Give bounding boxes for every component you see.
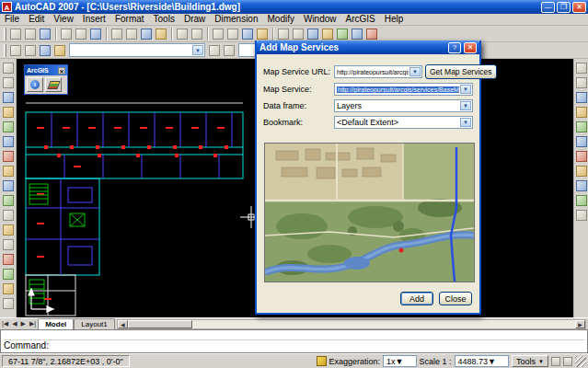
make-block-icon[interactable]	[1, 223, 16, 237]
sheet-set-manager-icon[interactable]	[320, 27, 335, 41]
copy-icon[interactable]	[124, 27, 139, 41]
menu-item[interactable]: Help	[380, 14, 409, 25]
zoom-previous-icon[interactable]	[255, 27, 270, 41]
arcgis-palette-titlebar[interactable]: ArcGIS ✕	[25, 65, 67, 75]
menu-item[interactable]: Edit	[24, 14, 49, 25]
chevron-down-icon[interactable]: ▼	[192, 45, 203, 55]
tab-nav-button[interactable]: ▶	[19, 320, 28, 328]
communication-center-icon[interactable]	[551, 357, 560, 366]
bookmark-combo[interactable]: <Default Extent> ▼	[334, 116, 473, 129]
restore-button[interactable]: ❐	[557, 2, 571, 13]
zoom-realtime-icon[interactable]	[225, 27, 240, 41]
ellipse-icon[interactable]	[1, 193, 16, 208]
tab-nav-button[interactable]: ▶|	[28, 320, 38, 328]
redo-icon[interactable]	[190, 27, 204, 41]
rotate-icon[interactable]	[574, 149, 588, 164]
chevron-down-icon[interactable]: ▼	[488, 357, 496, 366]
offset-icon[interactable]	[574, 105, 588, 120]
get-map-services-button[interactable]: Get Map Services	[425, 64, 497, 79]
help-icon[interactable]	[364, 27, 379, 41]
plot-style-icon[interactable]	[222, 43, 236, 58]
add-button[interactable]: Add	[400, 292, 433, 305]
multiline-text-icon[interactable]	[1, 296, 16, 311]
mirror-icon[interactable]	[574, 90, 588, 105]
map-service-combo[interactable]: http://pirateopursuit/arcgis/services/Ba…	[334, 83, 473, 96]
markup-set-manager-icon[interactable]	[335, 27, 350, 41]
menu-item[interactable]: Insert	[78, 14, 110, 25]
dialog-titlebar[interactable]: Add Map Services ? ✕	[257, 40, 479, 54]
tab-layout1[interactable]: Layout1	[74, 318, 114, 329]
tab-nav-button[interactable]: ◀	[10, 320, 18, 328]
scrollbar-thumb[interactable]	[128, 320, 192, 328]
gradient-icon[interactable]	[1, 267, 16, 282]
tools-dropdown[interactable]: Tools▼	[512, 355, 548, 367]
horizontal-scrollbar[interactable]: ◀ ▶	[117, 319, 586, 329]
scale-icon[interactable]	[574, 164, 588, 178]
publish-icon[interactable]	[88, 27, 103, 41]
fillet-icon[interactable]	[574, 193, 588, 208]
plot-preview-icon[interactable]	[74, 27, 88, 41]
trim-icon[interactable]	[574, 178, 588, 193]
copy-icon[interactable]	[574, 75, 588, 90]
spline-icon[interactable]	[1, 178, 16, 193]
plot-icon[interactable]	[59, 27, 74, 41]
menu-item[interactable]: Format	[110, 14, 149, 25]
window-titlebar[interactable]: A AutoCAD 2007 - [C:\Users\Riverside\Bui…	[0, 0, 588, 14]
dialog-close-button[interactable]: ✕	[464, 42, 477, 53]
chevron-down-icon[interactable]: ▼	[460, 101, 471, 110]
layer-states-icon[interactable]	[23, 43, 38, 58]
chevron-down-icon[interactable]: ▼	[460, 85, 471, 94]
polyline-icon[interactable]	[1, 90, 16, 105]
map-layers-button[interactable]	[45, 77, 62, 92]
menu-item[interactable]: ArcGIS	[341, 14, 380, 25]
insert-block-icon[interactable]	[1, 208, 16, 223]
arcgis-palette[interactable]: ArcGIS ✕ i	[24, 64, 68, 95]
erase-icon[interactable]	[574, 61, 588, 75]
tab-model[interactable]: Model	[38, 318, 74, 329]
menu-item[interactable]: View	[49, 14, 78, 25]
resize-grip[interactable]	[575, 356, 586, 367]
explode-icon[interactable]	[574, 208, 588, 223]
scale-input[interactable]: 4488.73 ▼	[455, 355, 509, 367]
chevron-down-icon[interactable]: ▼	[460, 118, 471, 127]
command-window[interactable]: Command:	[0, 329, 588, 353]
close-button[interactable]: ✕	[572, 2, 586, 13]
scroll-right-icon[interactable]: ▶	[575, 320, 585, 328]
hatch-icon[interactable]	[1, 252, 16, 267]
coordinates-display[interactable]: 67-11 7/8", 2.16872E+03 , 0'-0"	[2, 355, 130, 367]
help-button[interactable]: ?	[448, 42, 461, 53]
chevron-down-icon[interactable]: ▼	[396, 357, 404, 366]
toolbar-lock-icon[interactable]	[563, 357, 572, 366]
zoom-window-icon[interactable]	[240, 27, 255, 41]
move-icon[interactable]	[574, 134, 588, 149]
menu-item[interactable]: Modify	[263, 14, 299, 25]
cut-icon[interactable]	[110, 27, 124, 41]
arc-icon[interactable]	[1, 134, 16, 149]
menu-item[interactable]: Dimension	[210, 14, 262, 25]
qnew-icon[interactable]	[8, 27, 23, 41]
layer-combo[interactable]: ▼	[69, 43, 205, 57]
quickcalc-icon[interactable]	[350, 27, 364, 41]
menu-item[interactable]: Window	[299, 14, 341, 25]
scroll-left-icon[interactable]: ◀	[118, 320, 128, 328]
undo-icon[interactable]	[175, 27, 190, 41]
save-icon[interactable]	[38, 27, 52, 41]
open-icon[interactable]	[23, 27, 38, 41]
menu-item[interactable]: Tools	[149, 14, 179, 25]
toolbar-grip[interactable]	[4, 44, 6, 57]
array-icon[interactable]	[574, 120, 588, 134]
identify-button[interactable]: i	[27, 77, 43, 92]
close-icon[interactable]: ✕	[58, 67, 65, 75]
map-preview[interactable]	[264, 143, 475, 282]
command-prompt[interactable]: Command:	[4, 340, 584, 351]
rectangle-icon[interactable]	[1, 120, 16, 134]
properties-icon[interactable]	[276, 27, 291, 41]
region-icon[interactable]	[1, 282, 16, 296]
revision-cloud-icon[interactable]	[1, 164, 16, 178]
exaggeration-combo[interactable]: 1x ▼	[383, 355, 416, 367]
match-properties-icon[interactable]	[154, 27, 168, 41]
data-frame-combo[interactable]: Layers ▼	[334, 99, 473, 112]
color-control-icon[interactable]	[207, 43, 222, 58]
toolbar-grip[interactable]	[4, 28, 6, 40]
menu-item[interactable]: Draw	[179, 14, 210, 25]
